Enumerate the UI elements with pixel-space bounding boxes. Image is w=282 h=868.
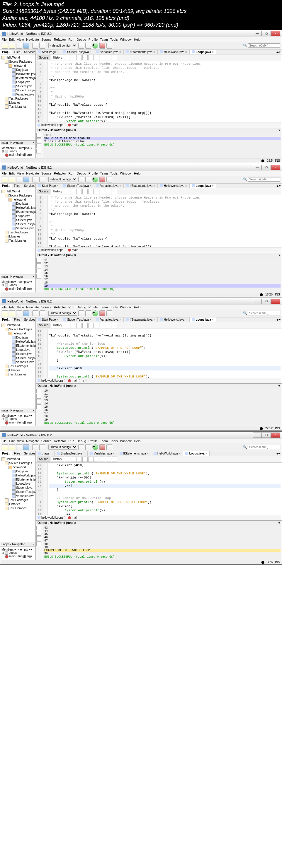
package-node[interactable]: helloworld xyxy=(1,465,34,469)
code-editor[interactable]: 131415161718192021222324252627282930 "kw… xyxy=(36,329,282,378)
editor-tool-icon[interactable] xyxy=(106,189,111,194)
menu-item[interactable]: Window xyxy=(120,305,132,309)
menu-item[interactable]: Edit xyxy=(9,439,15,443)
editor-tool-icon[interactable] xyxy=(94,457,100,462)
output-tool-icon[interactable] xyxy=(36,144,41,148)
editor-tab[interactable]: StudentTest.java × xyxy=(61,50,94,54)
history-button[interactable]: History xyxy=(51,189,64,194)
test-packages[interactable]: Test Packages xyxy=(1,230,34,235)
clean-build-icon[interactable] xyxy=(85,444,91,450)
code-line[interactable]: "kw">public "kw">class Loops { xyxy=(49,237,281,241)
code-line[interactable]: "kw">public "kw">static "kw">void main(S… xyxy=(49,245,281,247)
package-node[interactable]: helloworld xyxy=(1,198,34,202)
editor-tab[interactable]: Start Page × xyxy=(36,184,61,188)
menu-item[interactable]: Tools xyxy=(110,172,118,175)
breadcrumb-class[interactable]: helloworld.Loops xyxy=(41,248,63,252)
profile-icon[interactable] xyxy=(106,177,112,182)
project-tree[interactable]: HelloWorldSource PackageshelloworldDog.j… xyxy=(0,322,35,408)
code-line[interactable]: * and open the template in the editor. xyxy=(49,204,281,208)
menu-item[interactable]: Team xyxy=(100,38,108,41)
code-line[interactable]: } xyxy=(49,358,281,362)
output-tool-icon[interactable] xyxy=(36,536,41,541)
menu-item[interactable]: Profile xyxy=(88,439,97,443)
output-menu-icon[interactable]: ▾ xyxy=(279,384,280,388)
new-project-icon[interactable] xyxy=(9,444,15,450)
test-libraries[interactable]: Test Libraries xyxy=(1,372,34,377)
menu-item[interactable]: Team xyxy=(100,439,108,443)
status-notification-icon[interactable]: ⬤ xyxy=(261,560,264,564)
close-icon[interactable]: × xyxy=(212,184,214,187)
maximize-button[interactable]: ▢ xyxy=(262,31,271,36)
close-icon[interactable]: × xyxy=(153,184,155,187)
code-line[interactable]: "kw">while (y<50){ xyxy=(49,475,281,480)
menu-item[interactable]: Team xyxy=(100,305,108,309)
menu-item[interactable]: Run xyxy=(68,38,74,41)
menu-item[interactable]: Source xyxy=(41,38,52,41)
editor-tab[interactable]: Variables.java × xyxy=(94,184,124,188)
menu-item[interactable]: File xyxy=(1,172,7,175)
method-node[interactable]: main(String[] arg) xyxy=(1,153,34,157)
test-packages[interactable]: Test Packages xyxy=(1,498,34,502)
minimize-button[interactable]: — xyxy=(253,31,262,36)
output-tool-icon[interactable] xyxy=(36,149,41,153)
redo-icon[interactable] xyxy=(39,444,45,450)
code-line[interactable] xyxy=(49,241,281,245)
editor-tab[interactable]: IfStatements.java × xyxy=(124,184,158,188)
debug-icon[interactable] xyxy=(100,310,105,316)
code-line[interactable]: "kw">do{ xyxy=(49,504,281,508)
close-icon[interactable]: × xyxy=(32,141,34,144)
menu-item[interactable]: Edit xyxy=(9,38,15,41)
panel-tab[interactable]: Proj... xyxy=(0,317,12,322)
editor-tool-icon[interactable] xyxy=(94,55,100,60)
new-project-icon[interactable] xyxy=(9,177,15,182)
code-line[interactable]: * To change this license header, choose … xyxy=(49,196,281,200)
code-line[interactable]: y++; xyxy=(49,513,281,515)
close-icon[interactable]: × xyxy=(119,184,121,187)
java-file[interactable]: HelloWorld.java xyxy=(1,72,34,76)
java-file[interactable]: Student.java xyxy=(1,218,34,222)
editor-tab[interactable]: Loops.java × xyxy=(190,50,216,54)
undo-icon[interactable] xyxy=(32,177,38,182)
code-line[interactable]: "kw">package helloworld; xyxy=(49,212,281,216)
editor-tool-icon[interactable] xyxy=(65,323,70,328)
redo-icon[interactable] xyxy=(39,310,45,316)
output-tool-icon[interactable] xyxy=(36,274,41,279)
close-icon[interactable]: × xyxy=(50,452,52,455)
output-menu-icon[interactable]: ▾ xyxy=(279,129,280,132)
editor-tool-icon[interactable] xyxy=(70,189,76,194)
editor-tab[interactable]: Variables.java × xyxy=(94,50,124,54)
code-line[interactable]: * and open the template in the editor. xyxy=(49,70,281,74)
project-tree[interactable]: HelloWorldSource PackageshelloworldDog.j… xyxy=(0,55,35,140)
editor-tool-icon[interactable] xyxy=(82,55,88,60)
code-line[interactable] xyxy=(49,216,281,220)
close-icon[interactable]: × xyxy=(212,318,214,321)
profile-icon[interactable] xyxy=(106,43,112,49)
open-icon[interactable] xyxy=(16,444,22,450)
editor-tool-icon[interactable] xyxy=(77,457,82,462)
editor-tool-icon[interactable] xyxy=(100,457,105,462)
editor-tool-icon[interactable] xyxy=(100,189,105,194)
code-line[interactable] xyxy=(49,330,281,334)
java-file[interactable]: HelloWorld.java xyxy=(1,473,34,477)
java-file[interactable]: Variables.java xyxy=(1,494,34,498)
menu-item[interactable]: Profile xyxy=(88,38,97,41)
config-select[interactable]: <default config> xyxy=(48,177,77,182)
debug-icon[interactable] xyxy=(100,444,105,450)
close-button[interactable]: ✕ xyxy=(271,165,280,170)
project-tree[interactable]: HelloWorldSource PackageshelloworldDog.j… xyxy=(0,188,35,274)
breadcrumb-method[interactable]: main xyxy=(72,123,78,126)
run-icon[interactable]: ▶ xyxy=(92,177,98,182)
editor-tool-icon[interactable] xyxy=(88,457,93,462)
test-packages[interactable]: Test Packages xyxy=(1,364,34,368)
java-file[interactable]: IfStatements.java xyxy=(1,76,34,80)
java-file[interactable]: IfStatements.java xyxy=(1,344,34,348)
run-icon[interactable]: ▶ xyxy=(92,43,98,49)
tab-scroll-icon[interactable]: ◂▸▾ xyxy=(275,318,282,321)
clean-build-icon[interactable] xyxy=(85,43,91,49)
breadcrumb-method[interactable]: main xyxy=(72,379,78,382)
editor-tool-icon[interactable] xyxy=(65,55,70,60)
menu-item[interactable]: Source xyxy=(41,439,52,443)
minimize-button[interactable]: — xyxy=(253,433,262,438)
close-icon[interactable]: × xyxy=(179,452,180,455)
class-node[interactable]: ⊟ Loops xyxy=(1,417,34,421)
